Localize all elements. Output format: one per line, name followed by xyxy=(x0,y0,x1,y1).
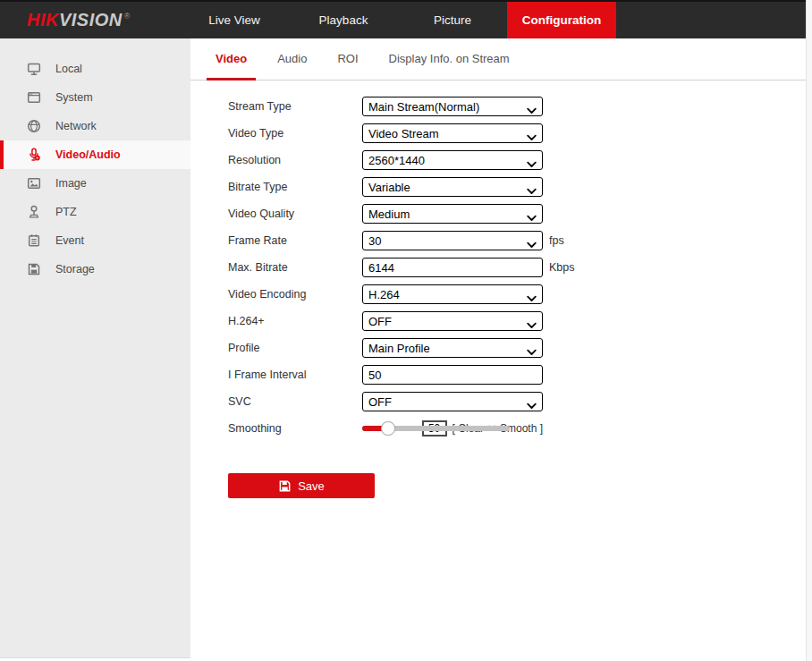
field-label-resolution: Resolution xyxy=(228,154,362,166)
form-row-stream-type: Stream TypeMain Stream(Normal) xyxy=(190,93,806,120)
profile-select[interactable]: Main Profile xyxy=(362,338,543,358)
frame-rate-select[interactable]: 30 xyxy=(362,231,543,250)
h-264-select[interactable]: OFF xyxy=(362,311,543,331)
tab-display-info-on-stream[interactable]: Display Info. on Stream xyxy=(380,38,519,81)
sidebar-item-system[interactable]: System xyxy=(0,83,190,112)
field-label-svc: SVC xyxy=(228,395,362,408)
form-row-resolution: Resolution2560*1440 xyxy=(190,147,806,174)
video-type-select[interactable]: Video Stream xyxy=(362,123,543,143)
form-row-profile: ProfileMain Profile xyxy=(190,335,806,361)
logo-hik: HIK xyxy=(27,10,59,30)
video-quality-control: Medium xyxy=(362,204,543,224)
tab-bar: VideoAudioROIDisplay Info. on Stream xyxy=(190,38,806,81)
sidebar-item-video-audio[interactable]: Video/Audio xyxy=(0,140,190,169)
max-bitrate-input[interactable] xyxy=(362,258,543,277)
sidebar-item-label: Local xyxy=(55,63,82,75)
window-icon xyxy=(27,90,41,105)
video-quality-select[interactable]: Medium xyxy=(362,204,543,224)
svc-control: OFF xyxy=(362,392,543,411)
field-label-video-type: Video Type xyxy=(228,127,362,140)
svc-select[interactable]: OFF xyxy=(362,392,543,411)
bitrate-type-select[interactable]: Variable xyxy=(362,177,543,197)
sidebar-item-label: Video/Audio xyxy=(55,148,121,161)
smoothing-control: [ Clear<->Smooth ] xyxy=(362,420,543,436)
logo-vision: VISION xyxy=(59,10,123,30)
save-floppy-icon xyxy=(278,479,292,493)
sidebar-item-label: Storage xyxy=(55,263,95,275)
sidebar-item-network[interactable]: Network xyxy=(0,112,190,140)
form-row-video-quality: Video QualityMedium xyxy=(190,200,806,227)
field-label-bitrate-type: Bitrate Type xyxy=(228,181,362,193)
top-nav-configuration[interactable]: Configuration xyxy=(507,2,616,38)
stream-type-control: Main Stream(Normal) xyxy=(362,97,543,116)
max-bitrate-control xyxy=(362,258,543,277)
field-label-profile: Profile xyxy=(228,342,362,354)
slider-thumb[interactable] xyxy=(381,421,395,436)
stream-type-select[interactable]: Main Stream(Normal) xyxy=(362,97,543,116)
scrollbar-track[interactable] xyxy=(806,0,812,661)
top-nav-playback[interactable]: Playback xyxy=(289,2,398,38)
sidebar-item-label: Network xyxy=(55,120,97,132)
form-row-h-264: H.264+OFF xyxy=(190,308,806,335)
floppy-icon xyxy=(27,262,41,276)
form-row-video-encoding: Video EncodingH.264 xyxy=(190,281,806,308)
joystick-icon xyxy=(27,205,41,219)
hikvision-logo: HIKVISION® xyxy=(0,2,190,38)
monitor-icon xyxy=(27,62,41,76)
profile-control: Main Profile xyxy=(362,338,543,358)
save-button-label: Save xyxy=(298,479,325,493)
tab-roi[interactable]: ROI xyxy=(328,38,367,81)
notepad-icon xyxy=(27,233,41,248)
form-row-svc: SVCOFF xyxy=(190,388,806,415)
form-row-smoothing: Smoothing[ Clear<->Smooth ] xyxy=(190,415,806,442)
field-label-max-bitrate: Max. Bitrate xyxy=(228,261,362,274)
video-settings-form: Stream TypeMain Stream(Normal)Video Type… xyxy=(190,81,806,442)
sidebar: LocalSystemNetworkVideo/AudioImagePTZEve… xyxy=(0,38,190,658)
top-nav-live-view[interactable]: Live View xyxy=(180,2,289,38)
sidebar-item-image[interactable]: Image xyxy=(0,169,190,198)
sidebar-item-event[interactable]: Event xyxy=(0,226,190,255)
sidebar-item-label: Event xyxy=(55,234,84,247)
top-nav: Live ViewPlaybackPictureConfiguration xyxy=(180,2,616,38)
frame-rate-unit-label: fps xyxy=(549,234,564,247)
globe-icon xyxy=(27,119,41,133)
video-type-control: Video Stream xyxy=(362,123,543,143)
field-label-frame-rate: Frame Rate xyxy=(228,234,362,247)
sidebar-item-label: Image xyxy=(55,177,87,190)
tab-video[interactable]: Video xyxy=(207,38,256,81)
video-encoding-control: H.264 xyxy=(362,284,543,304)
bitrate-type-control: Variable xyxy=(362,177,543,197)
form-row-bitrate-type: Bitrate TypeVariable xyxy=(190,174,806,200)
sidebar-item-storage[interactable]: Storage xyxy=(0,255,190,284)
form-row-video-type: Video TypeVideo Stream xyxy=(190,120,806,147)
top-navigation-bar: HIKVISION® Live ViewPlaybackPictureConfi… xyxy=(0,0,812,38)
field-label-video-encoding: Video Encoding xyxy=(228,288,362,301)
sidebar-item-local[interactable]: Local xyxy=(0,55,190,83)
field-label-video-quality: Video Quality xyxy=(228,208,362,220)
sidebar-item-label: System xyxy=(55,91,93,104)
microphone-icon xyxy=(27,148,41,162)
top-nav-picture[interactable]: Picture xyxy=(398,2,507,38)
form-row-max-bitrate: Max. BitrateKbps xyxy=(190,254,806,281)
frame-rate-control: 30 xyxy=(362,231,543,250)
max-bitrate-unit-label: Kbps xyxy=(549,261,575,274)
field-label-stream-type: Stream Type xyxy=(228,100,362,113)
i-frame-interval-input[interactable] xyxy=(362,365,543,385)
sidebar-item-ptz[interactable]: PTZ xyxy=(0,198,190,226)
field-label-smoothing: Smoothing xyxy=(228,422,362,435)
form-row-frame-rate: Frame Rate30fps xyxy=(190,227,806,254)
smoothing-slider[interactable] xyxy=(362,421,414,436)
resolution-control: 2560*1440 xyxy=(362,150,543,170)
field-label-i-frame-interval: I Frame Interval xyxy=(228,369,362,381)
h-264-control: OFF xyxy=(362,311,543,331)
main-content: VideoAudioROIDisplay Info. on Stream Str… xyxy=(190,38,806,661)
tab-audio[interactable]: Audio xyxy=(268,38,316,81)
form-row-i-frame-interval: I Frame Interval xyxy=(190,361,806,388)
image-icon xyxy=(27,176,41,191)
video-encoding-select[interactable]: H.264 xyxy=(362,284,543,304)
i-frame-interval-control xyxy=(362,365,543,385)
registered-mark: ® xyxy=(124,12,131,21)
save-button[interactable]: Save xyxy=(228,473,375,498)
sidebar-item-label: PTZ xyxy=(55,206,77,218)
resolution-select[interactable]: 2560*1440 xyxy=(362,150,543,170)
